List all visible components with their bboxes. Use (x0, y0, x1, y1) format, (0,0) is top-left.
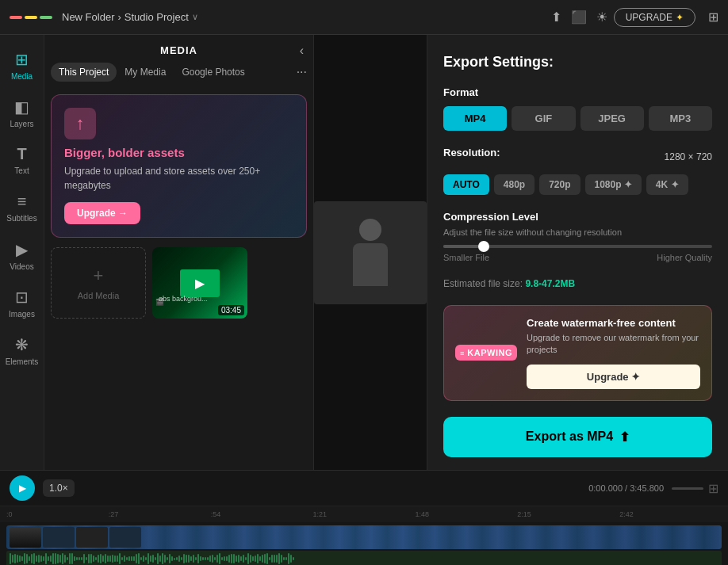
more-options-icon[interactable]: ··· (297, 65, 307, 79)
wave-bar (69, 553, 71, 564)
wave-bar (221, 557, 223, 560)
wave-bar (93, 555, 94, 562)
grid-icon[interactable]: ⊞ (708, 10, 718, 25)
format-btn-gif[interactable]: GIF (512, 106, 575, 131)
sidebar-item-label: Images (9, 310, 35, 319)
wave-bar (124, 555, 125, 562)
compression-section: Compression Level Adjust the file size w… (443, 211, 712, 262)
share-icon[interactable]: ⬆ (551, 10, 561, 25)
collapse-panel-icon[interactable]: ‹ (300, 44, 304, 58)
format-btn-mp3[interactable]: MP3 (649, 106, 712, 131)
upgrade-card-text: Upgrade to upload and store assets over … (64, 164, 293, 193)
wave-bar (90, 554, 92, 564)
wave-bar (178, 555, 180, 562)
project-name[interactable]: Studio Project (125, 11, 189, 23)
wave-bar (162, 553, 163, 563)
sun-icon[interactable]: ☀ (596, 10, 607, 25)
wave-bar (255, 555, 256, 562)
tab-google-photos[interactable]: Google Photos (174, 63, 252, 82)
export-panel: Export Settings: Format MP4 GIF JPEG MP3… (427, 35, 728, 470)
wave-bar (40, 555, 42, 562)
wave-bar (128, 556, 130, 561)
sidebar-item-elements[interactable]: ❋ Elements (0, 326, 44, 374)
wave-bar (121, 557, 123, 560)
timeline-controls: ▶ 1.0× 0:00.000 / 3:45.800 ⊞ (0, 471, 728, 506)
slider-thumb[interactable] (478, 241, 489, 252)
wave-bar (240, 556, 242, 561)
wave-bar (209, 555, 211, 563)
folder-name[interactable]: New Folder (62, 11, 114, 23)
res-btn-4k[interactable]: 4K ✦ (646, 174, 688, 195)
wave-bar (195, 557, 197, 559)
format-label: Format (443, 86, 712, 98)
res-btn-1080p[interactable]: 1080p ✦ (585, 174, 642, 195)
wave-bar (207, 557, 209, 560)
wave-bar (31, 554, 33, 563)
wave-bar (33, 553, 35, 563)
play-button[interactable]: ▶ (10, 475, 35, 501)
wave-bar (88, 554, 90, 563)
wave-bar (285, 557, 287, 560)
thumb-duration: 03:45 (218, 305, 244, 315)
wave-bar (62, 553, 63, 564)
videos-icon: ▶ (16, 240, 28, 259)
media-thumbnail[interactable]: ▶ 03:45 🎬 obs backgrou... (152, 247, 247, 319)
wave-bar (131, 556, 132, 562)
zoom-icon[interactable]: ⊞ (708, 481, 718, 496)
sidebar-item-media[interactable]: ⊞ Media (0, 41, 44, 89)
waveform: // Generate waveform bars const wf = doc… (6, 551, 722, 565)
sidebar-item-subtitles[interactable]: ≡ Subtitles (0, 184, 44, 231)
ruler-mark: :0 (6, 510, 109, 518)
format-btn-mp4[interactable]: MP4 (443, 106, 507, 131)
res-btn-720p[interactable]: 720p (539, 174, 580, 195)
res-btn-480p[interactable]: 480p (494, 174, 535, 195)
upgrade-label: UPGRADE (626, 12, 672, 23)
wave-bar (264, 554, 266, 564)
sidebar-item-text[interactable]: T Text (0, 136, 44, 184)
chevron-down-icon[interactable]: ∨ (192, 12, 198, 22)
wave-bar (159, 555, 161, 561)
export-button[interactable]: Export as MP4 ⬆ (443, 417, 712, 457)
wave-bar (214, 557, 216, 560)
video-track[interactable] (6, 525, 722, 549)
file-size-row: Estimated file size: 9.8-47.2MB (443, 278, 712, 289)
wave-bar (86, 557, 87, 560)
timeline-tracks: // Generate waveform bars const wf = doc… (0, 522, 728, 565)
audio-track[interactable]: // Generate waveform bars const wf = doc… (6, 551, 722, 565)
media-tabs-row: This Project My Media Google Photos ··· (44, 63, 313, 88)
watermark-upgrade-button[interactable]: Upgrade ✦ (527, 365, 700, 389)
wave-bar (212, 555, 213, 563)
wave-bar (200, 556, 201, 562)
format-btn-jpeg[interactable]: JPEG (580, 106, 644, 131)
wave-bar (145, 557, 147, 561)
speed-button[interactable]: 1.0× (43, 479, 75, 497)
compression-slider[interactable] (443, 245, 712, 248)
slider-labels: Smaller File Higher Quality (443, 253, 712, 262)
sidebar-item-videos[interactable]: ▶ Videos (0, 231, 44, 279)
sidebar-item-images[interactable]: ⊡ Images (0, 279, 44, 326)
wave-bar (133, 556, 135, 562)
sidebar-item-layers[interactable]: ◧ Layers (0, 89, 44, 136)
ruler-mark: :54 (211, 510, 313, 518)
wave-bar (231, 554, 232, 563)
upgrade-button[interactable]: UPGRADE ✦ (614, 8, 695, 27)
res-btn-auto[interactable]: AUTO (443, 174, 489, 195)
wave-bar (55, 553, 56, 565)
wave-bar (79, 557, 80, 560)
text-icon: T (17, 145, 26, 163)
wave-bar (205, 557, 206, 559)
timeline-time-display: 0:00.000 / 3:45.800 (588, 483, 664, 493)
wave-bar (140, 557, 142, 561)
add-media-box[interactable]: + Add Media (51, 247, 146, 319)
upgrade-card-button[interactable]: Upgrade → (64, 202, 140, 224)
subtitles-icon: ≡ (17, 193, 27, 211)
tab-my-media[interactable]: My Media (117, 63, 174, 82)
watermark-title: Create watermark-free content (527, 317, 700, 329)
tab-this-project[interactable]: This Project (51, 63, 117, 82)
monitor-icon[interactable]: ⬛ (571, 10, 587, 25)
wave-bar (245, 557, 247, 559)
timeline-area: ▶ 1.0× 0:00.000 / 3:45.800 ⊞ :0 :27 :54 … (0, 470, 728, 565)
resolution-section: Resolution: 1280 × 720 AUTO 480p 720p 10… (443, 147, 712, 195)
sidebar-item-label: Media (11, 72, 33, 81)
wave-bar (67, 557, 68, 560)
